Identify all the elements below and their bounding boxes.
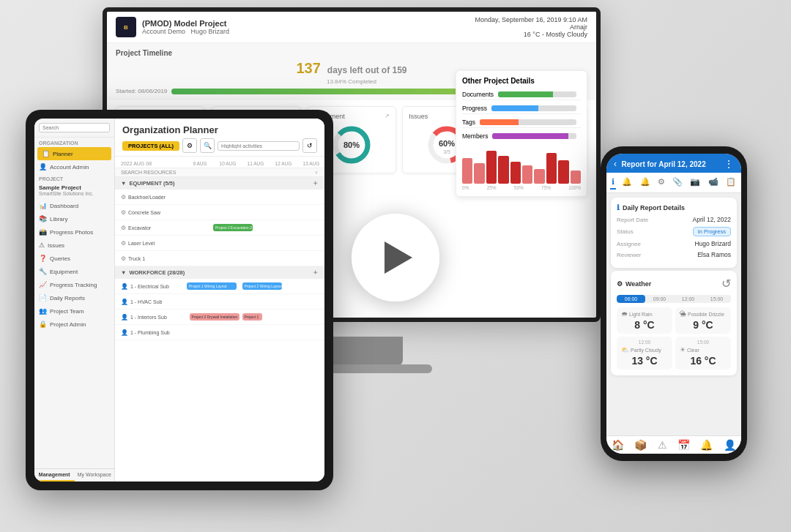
weather-temp-2: 13 °C bbox=[621, 355, 668, 367]
weather-tab-0900[interactable]: 09:00 bbox=[645, 295, 674, 303]
report-date-value: April 12, 2022 bbox=[655, 216, 731, 223]
tab-my-workspace[interactable]: My Workspace bbox=[75, 469, 115, 482]
weather-refresh-icon[interactable]: ↺ bbox=[721, 277, 731, 291]
weather-temp-0: 8 °C bbox=[621, 319, 668, 331]
workforce-label-0: 👤 1 - Electrical Sub bbox=[121, 283, 187, 290]
sidebar-item-daily-reports[interactable]: 📄 Daily Reports bbox=[34, 291, 114, 304]
weather-icon: ⚙ bbox=[617, 280, 623, 288]
equipment-label-4: ⚙ Truck 1 bbox=[121, 255, 187, 262]
weather-tab-0600[interactable]: 06:00 bbox=[617, 295, 645, 303]
daily-report-title: ℹ Daily Report Details bbox=[617, 203, 731, 211]
phone-nav-alert[interactable]: ⚠ bbox=[658, 439, 667, 451]
rain-icon: 🌧 bbox=[621, 310, 628, 318]
equipment-row-0: ⚙ Backhoe/Loader bbox=[115, 190, 324, 205]
weather-tab-1500[interactable]: 15:00 bbox=[702, 295, 731, 303]
search-resources-input: ▼ bbox=[187, 171, 319, 175]
phone-tab-notify1[interactable]: 🔔 bbox=[620, 176, 634, 190]
play-button[interactable] bbox=[352, 214, 439, 301]
bar-chart-labels: 0%25%50%75%100% bbox=[462, 185, 581, 190]
phone-screen: ‹ Report for April 12, 2022 ⋮ ℹ 🔔 🔔 ⚙ 📎 … bbox=[606, 154, 741, 454]
report-reviewer-label: Reviewer bbox=[617, 252, 655, 258]
sidebar-item-dashboard[interactable]: 📊 Dashboard bbox=[34, 199, 114, 212]
phone-nav-user[interactable]: 👤 bbox=[724, 439, 736, 451]
phone-bottom-nav: 🏠 📦 ⚠ 📅 🔔 👤 bbox=[606, 435, 741, 454]
team-icon: 👥 bbox=[39, 307, 47, 315]
phone-tab-photo[interactable]: 📷 bbox=[688, 176, 702, 190]
phone-tab-settings[interactable]: ⚙ bbox=[656, 176, 666, 190]
sidebar-item-library[interactable]: 📚 Library bbox=[34, 212, 114, 225]
sidebar-item-progress-photos[interactable]: 📸 Progress Photos bbox=[34, 225, 114, 239]
gantt-bars-w3 bbox=[187, 326, 319, 338]
gantt-bars-0 bbox=[187, 191, 319, 203]
equipment-row-1: ⚙ Concrete Saw bbox=[115, 205, 324, 220]
monitor-date: Monday, September 16, 2019 9:10 AM bbox=[475, 16, 587, 23]
admin-icon: 🔒 bbox=[39, 321, 47, 328]
weather-grid: 🌧 Light Rain 8 °C 🌦 Possible Drizzle 9 °… bbox=[617, 307, 731, 370]
account-icon: 👤 bbox=[39, 163, 47, 171]
gantt-date-4: 13 AUG bbox=[298, 161, 324, 166]
refresh-icon[interactable]: ↺ bbox=[302, 138, 317, 153]
gantt-bar-excavation: Project 2 Excavation-2 bbox=[213, 224, 253, 231]
org-label: ORGANIZATION bbox=[34, 138, 114, 147]
sidebar-label-photos: Progress Photos bbox=[50, 229, 93, 236]
drizzle-icon: 🌦 bbox=[680, 310, 686, 318]
equipment-icon: 🔧 bbox=[39, 268, 47, 275]
equipment-row-3: ⚙ Laser Level bbox=[115, 236, 324, 251]
projects-button[interactable]: PROJECTS (ALL) bbox=[122, 141, 179, 151]
sidebar-label-team: Project Team bbox=[50, 308, 84, 315]
tablet-sidebar: ORGANIZATION 📋 Planner 👤 Account Admin P… bbox=[34, 119, 115, 482]
weather-cell-3: 15:00 ☀ Clear 16 °C bbox=[675, 337, 731, 370]
rp-item-tags: Tags bbox=[462, 117, 581, 128]
sidebar-item-project-team[interactable]: 👥 Project Team bbox=[34, 304, 114, 318]
equipment-row-2: ⚙ Excavator Project 2 Excavation-2 bbox=[115, 220, 324, 236]
search-input[interactable] bbox=[39, 123, 110, 132]
phone-nav-bell[interactable]: 🔔 bbox=[700, 439, 713, 451]
phone-nav-box[interactable]: 📦 bbox=[634, 439, 647, 451]
gantt-bar-wiring-2: Project 2 Wiring Layout bbox=[242, 282, 282, 290]
timeline-bar-fill bbox=[171, 89, 473, 94]
highlight-input[interactable] bbox=[218, 141, 300, 151]
phone-tab-attach[interactable]: 📎 bbox=[671, 176, 684, 190]
phone-nav-calendar[interactable]: 📅 bbox=[677, 439, 690, 451]
phone-frame: ‹ Report for April 12, 2022 ⋮ ℹ 🔔 🔔 ⚙ 📎 … bbox=[601, 146, 747, 461]
phone-tab-notify2[interactable]: 🔔 bbox=[639, 176, 652, 190]
sidebar-item-issues[interactable]: ⚠ Issues bbox=[34, 239, 114, 252]
sidebar-label-dashboard: Dashboard bbox=[50, 203, 78, 209]
phone-menu-icon[interactable]: ⋮ bbox=[724, 158, 734, 170]
sidebar-label-account: Account Admin bbox=[50, 164, 89, 171]
sidebar-item-queries[interactable]: ❓ Queries bbox=[34, 252, 114, 265]
sidebar-item-equipment[interactable]: 🔧 Equipment bbox=[34, 265, 114, 278]
weather-tab-1200[interactable]: 12:00 bbox=[674, 295, 702, 303]
sidebar-label-tracking: Progress Tracking bbox=[50, 282, 97, 288]
gantt-dates: 9 AUG 10 AUG 11 AUG 12 AUG 13 AUG 14 AUG… bbox=[187, 161, 324, 166]
workforce-label-2: 👤 1 - Interiors Sub bbox=[121, 314, 187, 321]
sidebar-item-project-admin[interactable]: 🔒 Project Admin bbox=[34, 318, 114, 331]
equipment-label-1: ⚙ Concrete Saw bbox=[121, 209, 187, 216]
info-circle-icon: ℹ bbox=[617, 203, 620, 211]
weather-section: ⚙ Weather ↺ 06:00 09:00 12:00 15:00 bbox=[611, 271, 737, 375]
phone-tab-info[interactable]: ℹ bbox=[610, 176, 616, 190]
svg-text:3/5: 3/5 bbox=[444, 149, 451, 154]
phone-nav-home[interactable]: 🏠 bbox=[612, 439, 624, 451]
gantt-bars-w2: Project 2 Drywall Installation Project 1 bbox=[187, 311, 319, 323]
report-field-reviewer: Reviewer Elsa Ramos bbox=[617, 251, 731, 258]
zoom-in-icon[interactable]: 🔍 bbox=[200, 138, 215, 153]
sidebar-item-progress-tracking[interactable]: 📈 Progress Tracking bbox=[34, 278, 114, 291]
monitor-header-right: Monday, September 16, 2019 9:10 AM Arnaj… bbox=[475, 16, 587, 38]
sidebar-item-planner[interactable]: 📋 Planner bbox=[37, 147, 111, 160]
back-arrow-icon[interactable]: ‹ bbox=[614, 159, 617, 169]
sidebar-item-account-admin[interactable]: 👤 Account Admin bbox=[34, 160, 114, 173]
filter-icon[interactable]: ⚙ bbox=[182, 138, 197, 153]
monitor-title-group: (PMOD) Model Project Account Demo Hugo B… bbox=[142, 19, 229, 35]
tab-management[interactable]: Management bbox=[34, 469, 75, 482]
gantt-bar-drywall-2: Project 2 Drywall Installation bbox=[190, 313, 239, 321]
right-panel-title: Other Project Details bbox=[462, 77, 581, 85]
gantt-date-header: 2022 AUG 08 bbox=[121, 161, 187, 166]
phone-tab-video[interactable]: 📹 bbox=[707, 176, 720, 190]
svg-text:60%: 60% bbox=[439, 139, 455, 148]
monitor-user-initials: Arnajr bbox=[475, 23, 587, 31]
gantt-area: 2022 AUG 08 9 AUG 10 AUG 11 AUG 12 AUG 1… bbox=[115, 157, 324, 343]
gantt-date-3: 12 AUG bbox=[270, 161, 297, 166]
phone-tab-report[interactable]: 📋 bbox=[724, 176, 738, 190]
weather-condition-2: ⛅ Partly Cloudy bbox=[621, 346, 668, 353]
